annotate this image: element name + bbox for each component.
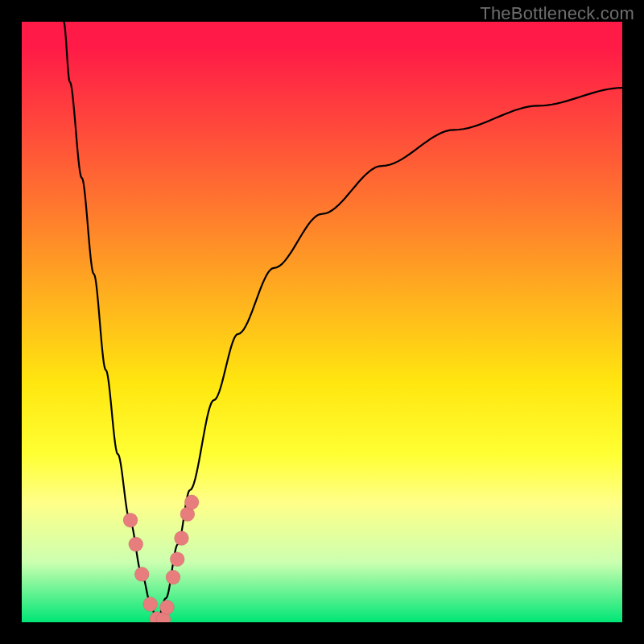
chart-plot-area	[22, 22, 622, 622]
marker-dot	[184, 495, 199, 510]
chart-svg	[22, 22, 622, 622]
marker-dot	[129, 537, 143, 551]
marker-dot	[160, 600, 175, 614]
marker-dot	[123, 513, 138, 527]
chart-curves	[64, 22, 622, 622]
marker-dot	[170, 552, 184, 567]
marker-dot	[134, 567, 149, 581]
chart-markers	[123, 495, 199, 622]
curve-right-branch	[157, 88, 622, 622]
marker-dot	[166, 570, 180, 584]
marker-dot	[174, 531, 188, 546]
curve-left-branch	[64, 22, 157, 622]
marker-dot	[143, 597, 158, 612]
chart-frame: TheBottleneck.com	[0, 0, 644, 644]
watermark-text: TheBottleneck.com	[480, 3, 634, 24]
